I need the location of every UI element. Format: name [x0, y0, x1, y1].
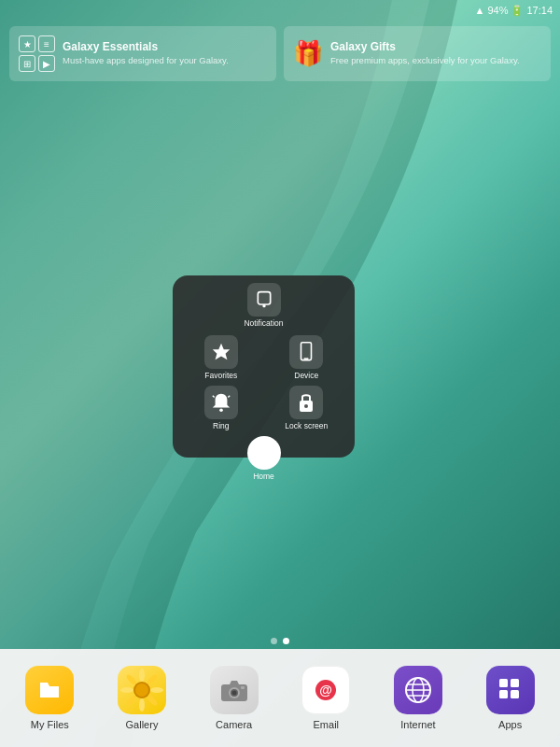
galaxy-essentials-card[interactable]: ★ ≡ ⊞ ▶ Galaxy Essentials Must-have apps… — [9, 26, 276, 81]
page-dots — [0, 638, 560, 644]
svg-rect-33 — [499, 679, 508, 687]
favorites-label: Favorites — [204, 371, 237, 380]
my-files-label: My Files — [31, 719, 69, 730]
home-label: Home — [253, 472, 274, 481]
cards-row: ★ ≡ ⊞ ▶ Galaxy Essentials Must-have apps… — [9, 26, 551, 81]
lock-icon — [289, 386, 323, 419]
device-icon — [289, 335, 323, 369]
apps-label: Apps — [498, 719, 522, 730]
gift-icon: 🎁 — [293, 39, 323, 68]
svg-line-6 — [213, 396, 215, 398]
device-button[interactable]: Device — [289, 335, 323, 380]
status-bar: ▲ 94% 🔋 17:14 — [0, 0, 560, 21]
home-button[interactable]: Home — [247, 436, 281, 481]
notification-label: Notification — [244, 318, 283, 328]
svg-rect-35 — [499, 690, 508, 698]
gallery-label: Gallery — [126, 719, 159, 730]
assistive-menu: Notification Favorites Device — [173, 275, 355, 458]
svg-rect-3 — [301, 343, 312, 360]
svg-rect-34 — [511, 679, 519, 687]
star-icon — [204, 335, 238, 369]
star-icon: ★ — [19, 35, 35, 52]
galaxy-gifts-card[interactable]: 🎁 Galaxy Gifts Free premium apps, exclus… — [284, 26, 551, 81]
taskbar-my-files[interactable]: My Files — [16, 666, 83, 730]
gamepad-icon: ⊞ — [19, 55, 35, 72]
wifi-icon: ▲ — [475, 5, 485, 16]
play-icon: ▶ — [38, 55, 55, 72]
status-icons: ▲ 94% 🔋 17:14 — [475, 5, 553, 17]
internet-icon — [394, 666, 442, 714]
svg-point-1 — [262, 304, 265, 307]
time-display: 17:14 — [526, 5, 553, 16]
svg-point-9 — [304, 404, 308, 408]
svg-text:@: @ — [319, 683, 332, 698]
page-dot-1[interactable] — [271, 638, 277, 644]
lock-screen-label: Lock screen — [285, 421, 328, 430]
svg-rect-25 — [241, 686, 245, 689]
svg-point-11 — [139, 669, 145, 682]
svg-point-13 — [120, 687, 133, 693]
page-dot-2[interactable] — [283, 638, 289, 644]
internet-label: Internet — [400, 719, 435, 730]
camera-icon — [210, 666, 259, 714]
ring-button[interactable]: Ring — [204, 386, 238, 430]
email-label: Email — [314, 719, 340, 730]
battery-percentage: 94% — [487, 5, 508, 16]
home-button-circle — [247, 436, 281, 470]
email-icon: @ — [301, 666, 350, 714]
favorites-button[interactable]: Favorites — [204, 335, 238, 380]
doc-icon: ≡ — [38, 35, 55, 52]
lock-screen-button[interactable]: Lock screen — [285, 386, 328, 430]
my-files-icon — [25, 666, 74, 714]
card-desc: Must-have apps designed for your Galaxy. — [63, 55, 229, 66]
gallery-icon — [118, 666, 166, 714]
apps-icon — [486, 666, 535, 714]
taskbar-apps[interactable]: Apps — [477, 666, 544, 730]
svg-marker-2 — [213, 344, 230, 359]
card-text: Galaxy Gifts Free premium apps, exclusiv… — [330, 40, 520, 66]
taskbar-internet[interactable]: Internet — [385, 666, 452, 730]
device-label: Device — [294, 371, 318, 380]
card-icons: ★ ≡ ⊞ ▶ — [19, 35, 55, 72]
svg-point-12 — [139, 698, 145, 712]
svg-point-14 — [150, 687, 163, 693]
taskbar: My Files Gallery — [0, 649, 560, 747]
card-text: Galaxy Essentials Must-have apps designe… — [63, 40, 229, 66]
notification-button[interactable]: Notification — [244, 283, 283, 328]
svg-point-5 — [219, 408, 223, 412]
svg-rect-36 — [511, 690, 519, 698]
card-title: Galaxy Essentials — [63, 40, 229, 53]
camera-label: Camera — [216, 719, 252, 730]
card-desc: Free premium apps, exclusively for your … — [330, 55, 520, 66]
svg-point-24 — [231, 691, 236, 696]
ring-label: Ring — [213, 421, 229, 430]
taskbar-gallery[interactable]: Gallery — [108, 666, 175, 730]
notification-icon — [247, 283, 281, 317]
card-title: Galaxy Gifts — [330, 40, 520, 53]
taskbar-email[interactable]: @ Email — [292, 666, 359, 730]
svg-point-20 — [135, 684, 148, 697]
svg-rect-0 — [258, 292, 270, 304]
svg-line-7 — [228, 396, 230, 398]
battery-icon: 🔋 — [511, 5, 524, 17]
taskbar-camera[interactable]: Camera — [201, 666, 268, 730]
ring-icon — [204, 386, 238, 419]
